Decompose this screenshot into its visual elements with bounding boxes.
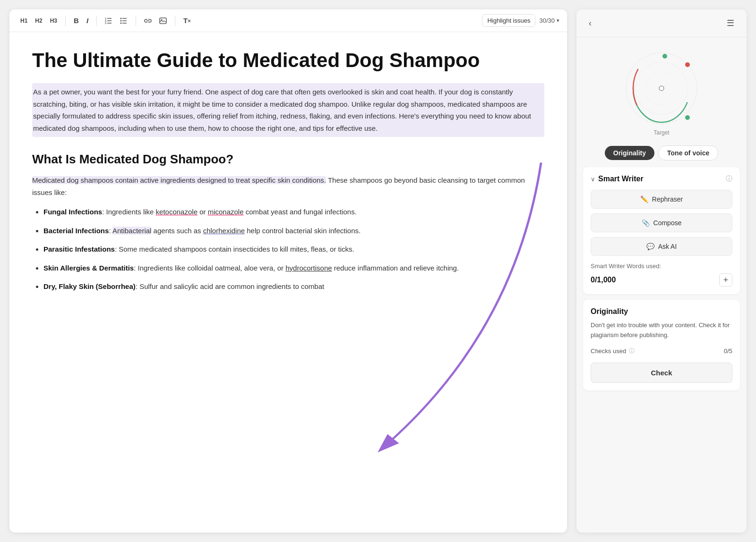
clear-format-button[interactable]: T× bbox=[180, 15, 194, 26]
originality-desc: Don't get into trouble with your content… bbox=[591, 321, 732, 340]
info-icon[interactable]: ⓘ bbox=[726, 175, 732, 183]
format-group: B I bbox=[70, 15, 92, 26]
link-group bbox=[141, 16, 170, 26]
add-words-button[interactable]: + bbox=[719, 273, 732, 287]
bullet-list: Fungal Infections: Ingredients like keto… bbox=[32, 206, 544, 293]
chevron-down-icon: ▾ bbox=[557, 17, 559, 24]
smart-writer-title: Smart Writer bbox=[598, 175, 644, 183]
toolbar-sep-3 bbox=[136, 16, 136, 26]
intro-paragraph: As a pet owner, you want the best for yo… bbox=[32, 83, 544, 137]
info-icon-2[interactable]: ⓘ bbox=[629, 347, 635, 355]
rephraser-button[interactable]: ✏️ Rephraser bbox=[591, 190, 732, 209]
ask-ai-icon: 💬 bbox=[646, 243, 654, 250]
svg-point-11 bbox=[120, 22, 122, 24]
list-item: Fungal Infections: Ingredients like keto… bbox=[43, 206, 544, 218]
list-item: Bacterial Infections: Antibacterial agen… bbox=[43, 225, 544, 237]
editor-container: H1 H2 H3 B I 1.2.3. T× bbox=[9, 9, 567, 533]
svg-rect-13 bbox=[160, 18, 166, 24]
toolbar-sep-4 bbox=[175, 16, 175, 26]
words-count-row: 0/1,000 + bbox=[591, 273, 732, 287]
list-item: Skin Allergies & Dermatitis: Ingredients… bbox=[43, 262, 544, 274]
rephraser-icon: ✏️ bbox=[640, 195, 648, 203]
list-group: 1.2.3. bbox=[102, 16, 131, 26]
collapse-icon[interactable]: ∨ bbox=[591, 176, 595, 183]
issues-count: 30/30 ▾ bbox=[539, 17, 559, 24]
toolbar-sep-2 bbox=[96, 16, 97, 26]
compose-button[interactable]: 📎 Compose bbox=[591, 213, 732, 232]
toolbar-sep-1 bbox=[65, 16, 66, 26]
list-item: Parasitic Infestations: Some medicated s… bbox=[43, 243, 544, 255]
section1-intro: Medicated dog shampoos contain active in… bbox=[32, 174, 544, 198]
checks-row: Checks used ⓘ 0/5 bbox=[591, 347, 732, 355]
h2-button[interactable]: H2 bbox=[32, 16, 45, 26]
ordered-list-button[interactable]: 1.2.3. bbox=[102, 16, 116, 26]
words-used-label: Smart Writer Words used: bbox=[591, 263, 732, 270]
back-button[interactable]: ‹ bbox=[585, 17, 595, 30]
document-title: The Ultimate Guide to Medicated Dog Sham… bbox=[32, 49, 544, 72]
tone-chart-area: Target bbox=[576, 37, 747, 141]
checks-count: 0/5 bbox=[724, 347, 732, 355]
highlight-label: Highlight issues bbox=[487, 17, 530, 24]
section1-heading: What Is Medicated Dog Shampoo? bbox=[32, 152, 544, 167]
sidebar: ‹ ☰ Target Originality Tone of voice bbox=[576, 9, 747, 533]
highlight-select[interactable]: Highlight issues bbox=[482, 14, 535, 27]
unordered-list-button[interactable] bbox=[117, 16, 131, 26]
tab-originality[interactable]: Originality bbox=[605, 146, 654, 160]
check-button[interactable]: Check bbox=[591, 363, 732, 383]
originality-section: Originality Don't get into trouble with … bbox=[583, 300, 740, 390]
bold-button[interactable]: B bbox=[70, 15, 82, 26]
tab-tone-of-voice[interactable]: Tone of voice bbox=[658, 145, 718, 161]
words-count: 0/1,000 bbox=[591, 276, 616, 284]
ask-ai-button[interactable]: 💬 Ask AI bbox=[591, 237, 732, 256]
h1-button[interactable]: H1 bbox=[17, 16, 31, 26]
svg-point-10 bbox=[120, 20, 122, 21]
tone-chart-svg bbox=[614, 46, 709, 128]
svg-text:3.: 3. bbox=[105, 22, 107, 24]
compose-icon: 📎 bbox=[642, 219, 650, 227]
toolbar: H1 H2 H3 B I 1.2.3. T× bbox=[9, 9, 567, 32]
list-item: Dry, Flaky Skin (Seborrhea): Sulfur and … bbox=[43, 280, 544, 293]
h3-button[interactable]: H3 bbox=[47, 16, 60, 26]
svg-point-22 bbox=[662, 54, 667, 59]
section1-intro-highlighted: Medicated dog shampoos contain active in… bbox=[32, 176, 326, 184]
originality-title: Originality bbox=[591, 307, 732, 316]
smart-writer-section: ∨ Smart Writer ⓘ ✏️ Rephraser 📎 Compose … bbox=[583, 167, 740, 294]
svg-point-23 bbox=[685, 115, 690, 120]
target-label: Target bbox=[653, 129, 669, 136]
heading-group: H1 H2 H3 bbox=[17, 16, 60, 26]
svg-point-9 bbox=[120, 17, 122, 19]
svg-point-24 bbox=[685, 62, 690, 67]
editor-content[interactable]: The Ultimate Guide to Medicated Dog Sham… bbox=[9, 32, 567, 533]
checks-label: Checks used bbox=[591, 347, 626, 355]
menu-button[interactable]: ☰ bbox=[723, 16, 738, 30]
tab-row: Originality Tone of voice bbox=[576, 141, 747, 167]
image-button[interactable] bbox=[156, 16, 170, 26]
svg-point-21 bbox=[659, 86, 664, 91]
sidebar-header: ‹ ☰ bbox=[576, 9, 747, 37]
highlight-dropdown: Highlight issues 30/30 ▾ bbox=[482, 14, 559, 27]
link-button[interactable] bbox=[141, 16, 155, 26]
smart-writer-title-row: ∨ Smart Writer ⓘ bbox=[591, 175, 732, 183]
italic-button[interactable]: I bbox=[83, 15, 92, 26]
